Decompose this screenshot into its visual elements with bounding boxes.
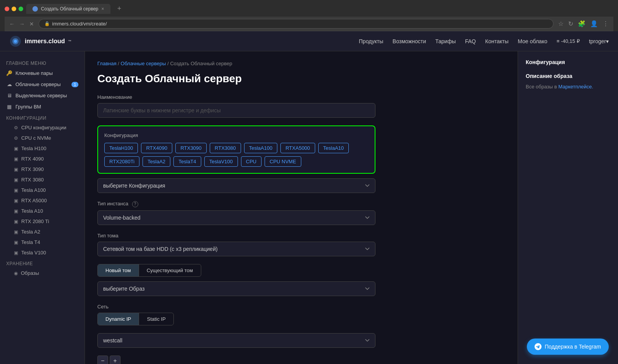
nav-my-cloud[interactable]: Мое облако [518, 38, 547, 44]
sidebar-label-tesla-v100: Tesla V100 [21, 250, 46, 256]
image-select[interactable]: выберите Образ [97, 281, 375, 296]
sidebar-label-tesla-a10: Tesla A10 [21, 208, 43, 214]
new-tab-btn[interactable]: + [114, 3, 126, 14]
sidebar-item-dedicated-servers[interactable]: 🖥 Выделенные серверы [0, 90, 85, 101]
config-tags: TeslaH100 RTX4090 RTX3090 RTX3080 TeslaA… [104, 143, 368, 167]
sidebar-item-cloud-servers[interactable]: ☁ Облачные серверы 1 [0, 79, 85, 90]
instance-type-select[interactable]: Volume-backed [97, 210, 375, 225]
refresh-icon[interactable]: ↻ [568, 20, 573, 27]
maximize-window-btn[interactable] [19, 7, 23, 11]
name-group: Наименование [97, 94, 375, 118]
static-ip-tab[interactable]: Static IP [139, 313, 173, 325]
instance-type-hint[interactable]: ? [132, 201, 138, 207]
marketplace-link[interactable]: Маркетплейсе. [558, 84, 593, 90]
sidebar-item-tesla-a100[interactable]: ▣ Tesla A100 [0, 185, 85, 195]
config-tag-rtxa5000[interactable]: RTXA5000 [280, 143, 315, 153]
configs-label: Конфигурации [0, 112, 85, 122]
url-text: immers.cloud/vm/create/ [52, 21, 107, 27]
rtx-3080-icon: ▣ [14, 177, 18, 183]
config-tag-teslah100[interactable]: TeslaH100 [104, 143, 138, 153]
nav-contacts[interactable]: Контакты [485, 38, 508, 44]
back-btn[interactable]: ← [9, 21, 15, 27]
sidebar-item-tesla-t4[interactable]: ▣ Tesla T4 [0, 237, 85, 247]
server-icon: 🖥 [6, 93, 12, 98]
nav-faq[interactable]: FAQ [465, 38, 476, 44]
config-tag-rtx4090[interactable]: RTX4090 [141, 143, 172, 153]
sidebar-item-tesla-v100[interactable]: ▣ Tesla V100 [0, 247, 85, 258]
config-tag-rtx3080[interactable]: RTX3080 [210, 143, 241, 153]
rtx-4090-icon: ▣ [14, 156, 18, 162]
close-window-btn[interactable] [5, 7, 9, 11]
sidebar-label-rtx-2080ti: RTX 2080 Ti [21, 218, 49, 224]
close-tab-btn[interactable]: ✕ [29, 21, 34, 27]
volume-tabs-group: Новый том Существующий том выберите Обра… [97, 264, 375, 296]
grid-icon: ▦ [6, 104, 12, 110]
name-input[interactable] [97, 103, 375, 118]
sidebar-item-rtx-4090[interactable]: ▣ RTX 4090 [0, 154, 85, 164]
config-tag-teslaa100[interactable]: TeslaA100 [244, 143, 278, 153]
logo[interactable]: immers.cloud™ [9, 35, 71, 47]
dynamic-ip-tab[interactable]: Dynamic IP [98, 313, 139, 325]
existing-volume-tab[interactable]: Существующий том [139, 264, 201, 276]
tab-close-btn[interactable]: × [102, 6, 104, 12]
sidebar-item-cpu-nvme[interactable]: ⚙ CPU с NVMe [0, 133, 85, 143]
sidebar-item-tesla-a2[interactable]: ▣ Tesla A2 [0, 227, 85, 237]
profile-icon[interactable]: 👤 [590, 20, 598, 27]
config-tag-cpu[interactable]: CPU [241, 156, 261, 167]
sidebar-item-vm-groups[interactable]: ▦ Группы ВМ [0, 101, 85, 112]
nav-products[interactable]: Продукты [359, 38, 383, 44]
tesla-a2-icon: ▣ [14, 229, 18, 235]
browser-tab[interactable]: Создать Облачный сервер × [26, 4, 110, 14]
sidebar-item-tesla-h100[interactable]: ▣ Tesla H100 [0, 143, 85, 154]
nav-features[interactable]: Возможности [392, 38, 426, 44]
counter-plus-btn[interactable]: + [110, 356, 121, 364]
app-body: Главное меню 🔑 Ключевые пары ☁ Облачные … [0, 51, 618, 364]
extensions-icon[interactable]: 🧩 [578, 20, 586, 27]
config-tag-teslaa10[interactable]: TeslaA10 [318, 143, 349, 153]
sidebar-item-images[interactable]: ◉ Образы [0, 268, 85, 278]
network-label: Сеть [97, 304, 375, 310]
bookmark-icon[interactable]: ☆ [558, 20, 564, 27]
main-menu-label: Главное меню [0, 58, 85, 68]
sidebar-item-rtx-3090[interactable]: ▣ RTX 3090 [0, 164, 85, 174]
header-user[interactable]: tproger▾ [589, 38, 609, 44]
sidebar-item-rtx-2080ti[interactable]: ▣ RTX 2080 Ti [0, 216, 85, 227]
config-sidebar-title: Конфигурация [526, 59, 610, 65]
traffic-lights [5, 7, 23, 11]
logo-text: immers.cloud [25, 38, 65, 45]
rtx-3090-icon: ▣ [14, 167, 18, 172]
counter-minus-btn[interactable]: − [97, 356, 108, 364]
config-tag-cpu-nvme[interactable]: CPU NVME [265, 156, 301, 167]
breadcrumb-current: Создать Облачный сервер [170, 61, 232, 66]
nav-pricing[interactable]: Тарифы [435, 38, 456, 44]
sidebar-item-rtx-a5000[interactable]: ▣ RTX A5000 [0, 195, 85, 206]
minimize-window-btn[interactable] [12, 7, 16, 11]
network-group: Сеть Dynamic IP Static IP westcall [97, 304, 375, 348]
name-label: Наименование [97, 94, 375, 100]
network-select[interactable]: westcall [97, 333, 375, 348]
image-description-text: Все образы в Маркетплейсе. [526, 84, 610, 90]
forward-btn[interactable]: → [19, 21, 25, 27]
new-volume-tab[interactable]: Новый том [98, 264, 139, 276]
sidebar-item-rtx-3080[interactable]: ▣ RTX 3080 [0, 174, 85, 185]
breadcrumb-home[interactable]: Главная [97, 61, 116, 66]
username: tproger▾ [589, 38, 609, 44]
config-tag-rtx3090[interactable]: RTX3090 [175, 143, 207, 153]
sidebar-label-rtx-4090: RTX 4090 [21, 156, 44, 162]
sidebar-item-tesla-a10[interactable]: ▣ Tesla A10 [0, 206, 85, 216]
breadcrumb-cloud-servers[interactable]: Облачные серверы [121, 61, 166, 66]
menu-icon[interactable]: ⋮ [603, 20, 609, 27]
config-tag-teslaa2[interactable]: TeslaA2 [143, 156, 170, 167]
config-tag-teslat4[interactable]: TeslaT4 [173, 156, 201, 167]
config-tag-teslav100[interactable]: TeslaV100 [204, 156, 238, 167]
sidebar-item-cpu-config[interactable]: ⚙ CPU конфигурации [0, 122, 85, 133]
volume-type-select[interactable]: Сетевой том на базе HDD (с х3 репликацие… [97, 242, 375, 256]
header-balance: ≡ -40,15 ₽ [557, 38, 580, 44]
config-tag-rtx2080ti[interactable]: RTX2080Ti [104, 156, 139, 167]
telegram-support-btn[interactable]: Поддержка в Telegram [527, 339, 609, 355]
url-bar[interactable]: 🔒 immers.cloud/vm/create/ [39, 19, 553, 29]
key-icon: 🔑 [6, 70, 12, 76]
config-select[interactable]: выберите Конфигурация [97, 178, 375, 193]
instance-type-group: Тип инстанса ? Volume-backed [97, 201, 375, 225]
sidebar-item-key-pairs[interactable]: 🔑 Ключевые пары [0, 68, 85, 79]
